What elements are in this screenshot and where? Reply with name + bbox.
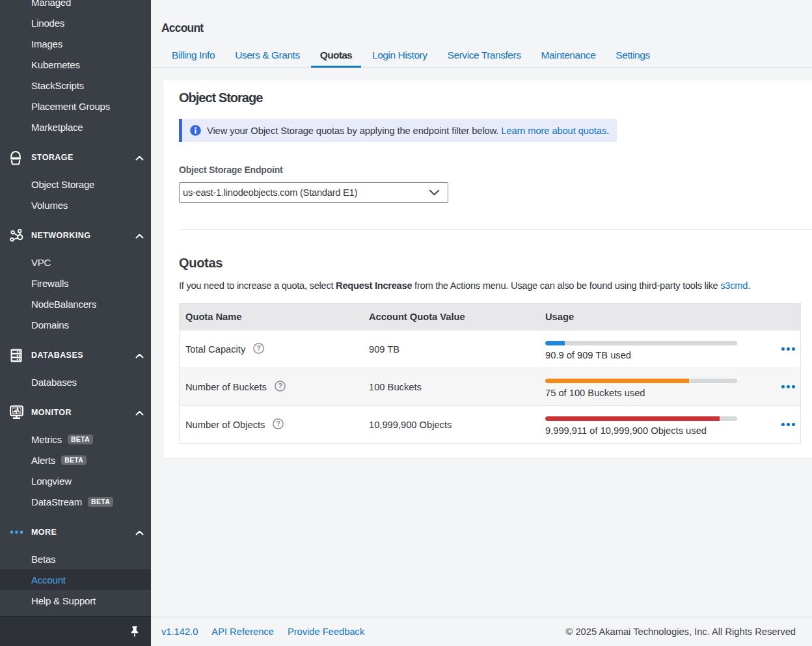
- svg-text:?: ?: [278, 382, 282, 390]
- svg-text:?: ?: [277, 420, 281, 427]
- svg-text:?: ?: [256, 344, 261, 352]
